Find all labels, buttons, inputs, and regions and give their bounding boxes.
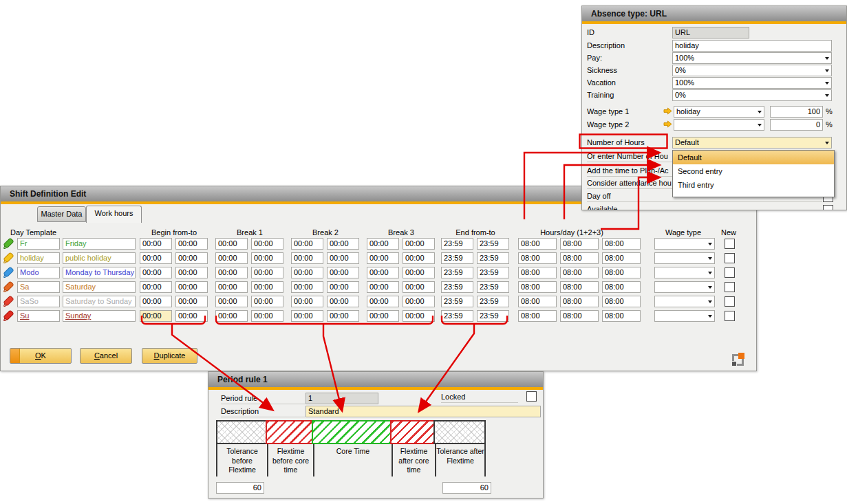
hours-per-day-field[interactable]: 08:00 (602, 267, 641, 278)
dropdown-item-second-entry[interactable]: Second entry (673, 164, 834, 178)
time-field[interactable]: 23:59 (477, 281, 509, 293)
wage-type-1-percent-field[interactable]: 100 (770, 106, 823, 118)
locked-checkbox[interactable] (526, 391, 537, 402)
day-code-field[interactable]: SaSo (17, 296, 60, 307)
pay-select[interactable]: 100% (672, 52, 832, 64)
day-code-field[interactable]: Sa (17, 281, 60, 293)
time-field[interactable]: 00:00 (403, 252, 435, 264)
tab-master-data[interactable]: Master Data (37, 206, 86, 222)
wage-type-select[interactable] (654, 310, 715, 322)
time-field[interactable]: 00:00 (403, 281, 435, 293)
hours-per-day-field[interactable]: 08:00 (602, 310, 641, 322)
wage-type-select[interactable] (654, 267, 715, 278)
new-checkbox[interactable] (725, 311, 735, 321)
wage-type-2-select[interactable] (674, 119, 764, 131)
link-arrow-icon[interactable] (663, 107, 672, 116)
new-checkbox[interactable] (725, 239, 735, 249)
time-field[interactable]: 00:00 (251, 281, 283, 293)
hours-per-day-field[interactable]: 08:00 (518, 281, 557, 293)
time-field[interactable]: 00:00 (251, 238, 283, 250)
time-field[interactable]: 00:00 (403, 310, 435, 322)
time-field[interactable]: 00:00 (327, 252, 359, 264)
available-checkbox[interactable] (823, 205, 833, 210)
day-name-field[interactable]: Saturday (63, 281, 136, 293)
time-field[interactable]: 00:00 (291, 238, 323, 250)
hours-per-day-field[interactable]: 08:00 (560, 252, 599, 264)
tab-work-hours[interactable]: Work hours (86, 206, 142, 223)
day-code-field[interactable]: Su (17, 310, 60, 322)
sickness-select[interactable]: 0% (672, 65, 832, 76)
time-field[interactable]: 00:00 (327, 238, 359, 250)
time-field[interactable]: 00:00 (175, 281, 208, 293)
day-code-field[interactable]: holiday (17, 252, 60, 264)
time-field[interactable]: 00:00 (251, 296, 283, 307)
new-checkbox[interactable] (725, 282, 735, 292)
hours-per-day-field[interactable]: 08:00 (518, 267, 557, 278)
day-name-field[interactable]: Sunday (63, 310, 136, 322)
time-field[interactable]: 00:00 (175, 296, 208, 307)
time-field[interactable]: 00:00 (327, 281, 359, 293)
hours-per-day-field[interactable]: 08:00 (560, 238, 599, 250)
time-field[interactable]: 00:00 (403, 267, 435, 278)
time-field[interactable]: 00:00 (140, 310, 172, 322)
time-field[interactable]: 00:00 (175, 310, 208, 322)
time-field[interactable]: 00:00 (403, 238, 435, 250)
wage-type-select[interactable] (654, 296, 715, 307)
time-field[interactable]: 23:59 (441, 267, 473, 278)
time-field[interactable]: 00:00 (367, 281, 399, 293)
hours-per-day-field[interactable]: 08:00 (518, 238, 557, 250)
expand-icon[interactable] (731, 353, 745, 366)
wage-type-select[interactable] (654, 281, 715, 293)
duplicate-button[interactable]: Duplicate (142, 348, 197, 364)
ok-button[interactable]: OK (10, 348, 72, 364)
time-field[interactable]: 00:00 (175, 238, 208, 250)
day-name-field[interactable]: public holiday (63, 252, 136, 264)
time-field[interactable]: 23:59 (477, 310, 509, 322)
time-field[interactable]: 23:59 (441, 281, 473, 293)
day-name-field[interactable]: Saturday to Sunday (63, 296, 136, 307)
tolerance-after-field[interactable]: 60 (442, 482, 491, 494)
day-name-field[interactable]: Monday to Thursday (63, 267, 136, 278)
time-field[interactable]: 00:00 (367, 267, 399, 278)
description-field[interactable]: holiday (672, 40, 832, 52)
time-field[interactable]: 23:59 (441, 252, 473, 264)
time-field[interactable]: 00:00 (140, 252, 172, 264)
hours-per-day-field[interactable]: 08:00 (602, 281, 641, 293)
hours-per-day-field[interactable]: 08:00 (602, 238, 641, 250)
hours-per-day-field[interactable]: 08:00 (560, 296, 599, 307)
new-checkbox[interactable] (725, 253, 735, 263)
time-field[interactable]: 00:00 (140, 281, 172, 293)
time-field[interactable]: 23:59 (477, 252, 509, 264)
time-field[interactable]: 00:00 (140, 238, 172, 250)
day-code-field[interactable]: Modo (17, 267, 60, 278)
wage-type-select[interactable] (654, 252, 715, 264)
time-field[interactable]: 00:00 (291, 281, 323, 293)
time-field[interactable]: 00:00 (175, 267, 208, 278)
time-field[interactable]: 00:00 (251, 267, 283, 278)
wage-type-1-select[interactable]: holiday (674, 106, 764, 118)
hours-per-day-field[interactable]: 08:00 (560, 267, 599, 278)
time-field[interactable]: 00:00 (327, 296, 359, 307)
cancel-button[interactable]: Cancel (80, 348, 132, 364)
number-of-hours-select[interactable]: Default (672, 137, 832, 149)
time-field[interactable]: 23:59 (477, 267, 509, 278)
vacation-select[interactable]: 100% (672, 77, 832, 89)
time-field[interactable]: 00:00 (215, 238, 248, 250)
link-arrow-icon[interactable] (663, 120, 672, 129)
time-field[interactable]: 00:00 (291, 296, 323, 307)
time-field[interactable]: 00:00 (215, 267, 248, 278)
wage-type-2-percent-field[interactable]: 0 (770, 119, 823, 131)
time-field[interactable]: 00:00 (175, 252, 208, 264)
dropdown-item-default[interactable]: Default (673, 151, 834, 164)
time-field[interactable]: 00:00 (215, 296, 248, 307)
day-name-field[interactable]: Friday (63, 238, 136, 250)
time-field[interactable]: 00:00 (327, 267, 359, 278)
hours-per-day-field[interactable]: 08:00 (518, 252, 557, 264)
time-field[interactable]: 00:00 (327, 310, 359, 322)
time-field[interactable]: 00:00 (215, 310, 248, 322)
hours-per-day-field[interactable]: 08:00 (560, 281, 599, 293)
time-field[interactable]: 00:00 (140, 267, 172, 278)
time-field[interactable]: 00:00 (367, 252, 399, 264)
time-field[interactable]: 00:00 (251, 310, 283, 322)
time-field[interactable]: 00:00 (291, 252, 323, 264)
